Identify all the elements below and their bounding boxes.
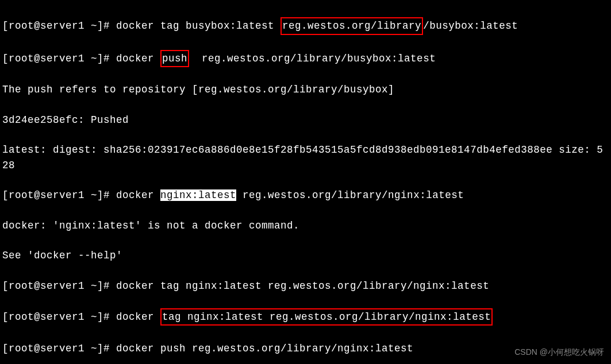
terminal-line: [root@server1 ~]# docker tag busybox:lat… bbox=[2, 17, 609, 34]
text: /busybox:latest bbox=[423, 20, 518, 32]
text: [root@server1 ~]# docker bbox=[2, 311, 160, 323]
terminal-line: See 'docker --help' bbox=[2, 248, 609, 263]
terminal-line: [root@server1 ~]# docker tag nginx:lates… bbox=[2, 278, 609, 293]
terminal-line: latest: digest: sha256:023917ec6a886d0e8… bbox=[2, 142, 609, 173]
terminal-line: The push refers to repository [reg.westo… bbox=[2, 82, 609, 97]
text: reg.westos.org/library/nginx:latest bbox=[236, 189, 464, 201]
highlight-annotation: push bbox=[160, 50, 189, 67]
highlight-annotation: reg.westos.org/library bbox=[280, 17, 423, 34]
text: reg.westos.org/library/busybox:latest bbox=[189, 53, 436, 64]
text: [root@server1 ~]# docker tag busybox:lat… bbox=[2, 20, 280, 32]
terminal-line: [root@server1 ~]# docker nginx:latest re… bbox=[2, 188, 609, 203]
text: [root@server1 ~]# docker bbox=[2, 53, 160, 64]
watermark: CSDN @小何想吃火锅呀 bbox=[514, 346, 604, 358]
highlight-selection: nginx:latest bbox=[160, 189, 236, 201]
terminal-line: [root@server1 ~]# docker tag nginx:lates… bbox=[2, 308, 609, 326]
terminal-line: [root@server1 ~]# docker push reg.westos… bbox=[2, 50, 609, 67]
highlight-annotation: tag nginx:latest reg.westos.org/library/… bbox=[160, 308, 493, 326]
text: [root@server1 ~]# docker bbox=[2, 189, 160, 201]
terminal-line: 3d24ee258efc: Pushed bbox=[2, 113, 609, 127]
terminal-output[interactable]: [root@server1 ~]# docker tag busybox:lat… bbox=[2, 2, 609, 364]
terminal-line: docker: 'nginx:latest' is not a docker c… bbox=[2, 218, 609, 233]
